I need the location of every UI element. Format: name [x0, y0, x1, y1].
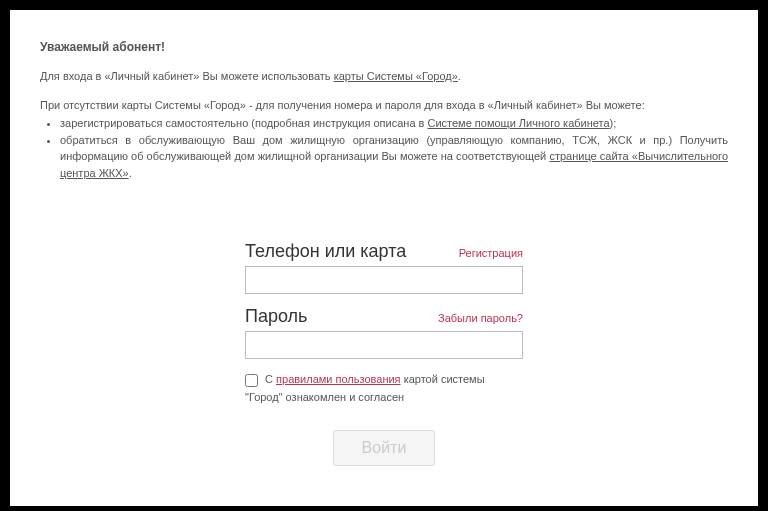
forgot-password-link[interactable]: Забыли пароль? — [438, 312, 523, 324]
password-input[interactable] — [245, 331, 523, 359]
phone-label-row: Телефон или карта Регистрация — [245, 241, 523, 262]
instructions-list: зарегистрироваться самостоятельно (подро… — [40, 115, 728, 181]
agree-checkbox[interactable] — [245, 374, 258, 387]
bullet2-post: . — [129, 167, 132, 179]
instructions-intro: При отсутствии карты Системы «Город» - д… — [40, 99, 645, 111]
button-row: Войти — [245, 430, 523, 466]
cards-link[interactable]: карты Системы «Город» — [334, 70, 458, 82]
intro-pre: Для входа в «Личный кабинет» Вы можете и… — [40, 70, 334, 82]
bullet1-pre: зарегистрироваться самостоятельно (подро… — [60, 117, 427, 129]
list-item: обратиться в обслуживающую Ваш дом жилищ… — [60, 132, 728, 182]
terms-link[interactable]: правилами пользования — [276, 373, 401, 385]
password-label: Пароль — [245, 306, 307, 327]
intro-post: . — [458, 70, 461, 82]
help-system-link[interactable]: Системе помощи Личного кабинета — [427, 117, 609, 129]
bullet1-post: ); — [610, 117, 617, 129]
phone-label: Телефон или карта — [245, 241, 406, 262]
login-form: Телефон или карта Регистрация Пароль Заб… — [245, 241, 523, 466]
password-group: Пароль Забыли пароль? — [245, 306, 523, 359]
login-page: Уважаемый абонент! Для входа в «Личный к… — [10, 10, 758, 506]
login-button[interactable]: Войти — [333, 430, 436, 466]
phone-group: Телефон или карта Регистрация — [245, 241, 523, 294]
agree-row: С правилами пользования картой системы "… — [245, 371, 523, 406]
agree-pre: С — [265, 373, 276, 385]
register-link[interactable]: Регистрация — [459, 247, 523, 259]
phone-input[interactable] — [245, 266, 523, 294]
instructions-block: При отсутствии карты Системы «Город» - д… — [40, 97, 728, 182]
password-label-row: Пароль Забыли пароль? — [245, 306, 523, 327]
list-item: зарегистрироваться самостоятельно (подро… — [60, 115, 728, 132]
intro-text: Для входа в «Личный кабинет» Вы можете и… — [40, 68, 728, 85]
page-title: Уважаемый абонент! — [40, 40, 728, 54]
